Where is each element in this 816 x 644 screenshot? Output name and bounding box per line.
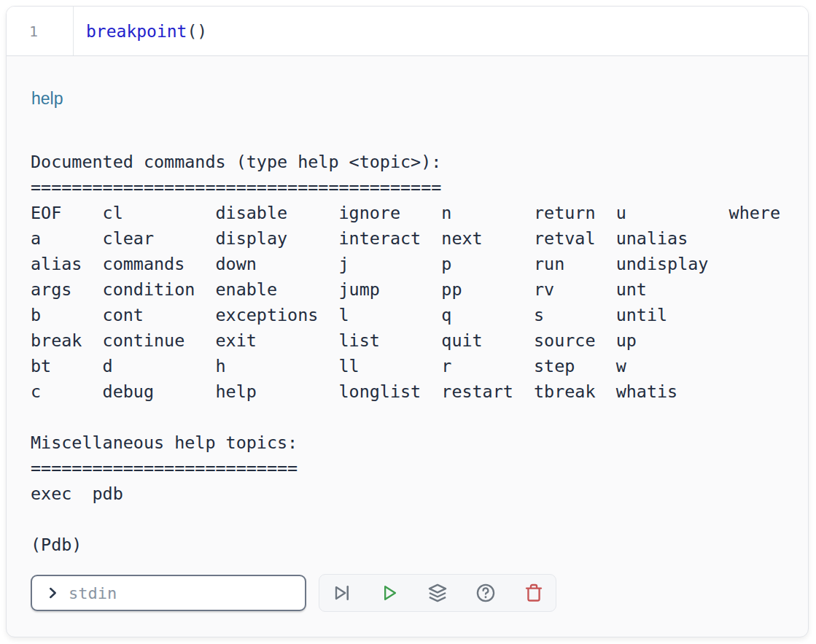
- code-punctuation-token: (): [187, 22, 207, 41]
- echoed-command: help: [31, 88, 63, 109]
- line-number-gutter: 1: [7, 7, 74, 55]
- help-button[interactable]: [475, 583, 496, 603]
- debugger-panel: 1 breakpoint() help Documented commands …: [6, 6, 809, 637]
- stdin-input[interactable]: [67, 583, 296, 603]
- skip-next-icon: [331, 583, 351, 603]
- trash-icon: [524, 583, 544, 603]
- console-output-area: help Documented commands (type help <top…: [7, 56, 808, 637]
- pdb-output-text: Documented commands (type help <topic>):…: [31, 150, 780, 558]
- layers-icon: [427, 583, 448, 603]
- clear-button[interactable]: [524, 583, 544, 603]
- chevron-right-icon: [44, 585, 61, 601]
- console-controls: [31, 574, 556, 612]
- code-content[interactable]: breakpoint(): [74, 7, 207, 55]
- run-button[interactable]: [379, 583, 400, 603]
- stdin-field-container[interactable]: [31, 575, 306, 611]
- debugger-toolbar: [319, 574, 556, 612]
- code-builtin-token: breakpoint: [86, 22, 187, 41]
- line-number: 1: [29, 23, 38, 40]
- code-editor-line[interactable]: 1 breakpoint(): [7, 7, 808, 56]
- step-next-button[interactable]: [331, 583, 351, 603]
- help-circle-icon: [475, 583, 496, 603]
- stack-button[interactable]: [427, 583, 448, 603]
- play-icon: [379, 583, 400, 603]
